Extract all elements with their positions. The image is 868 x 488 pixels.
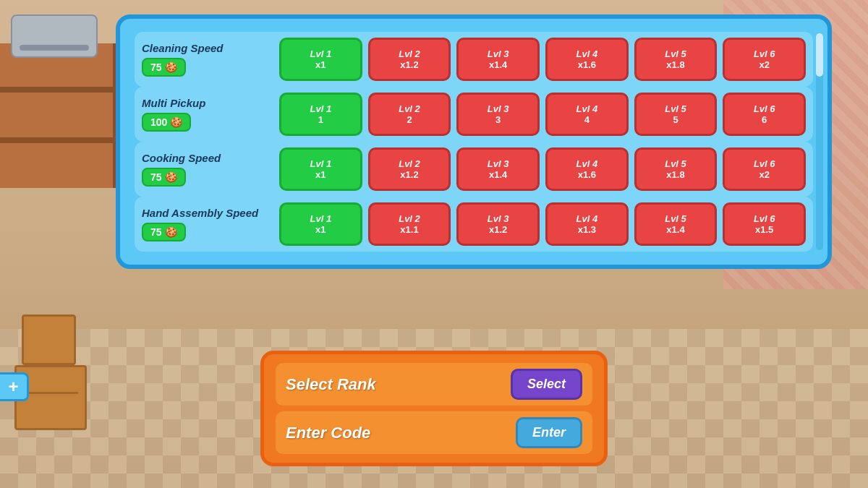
skill-info-3: Hand Assembly Speed75 🍪 (142, 207, 272, 241)
select-rank-row: Select Rank Select (276, 363, 592, 406)
plus-button[interactable]: + (0, 372, 29, 401)
level-value-2-1: x1.2 (400, 169, 418, 180)
level-value-3-0: x1 (315, 224, 326, 235)
level-label-1-2: Lvl 3 (488, 103, 509, 114)
level-buttons-2: Lvl 1x1Lvl 2x1.2Lvl 3x1.4Lvl 4x1.6Lvl 5x… (279, 147, 806, 191)
level-value-2-3: x1.6 (578, 169, 596, 180)
ac-unit-decoration (11, 14, 98, 58)
level-btn-0-5[interactable]: Lvl 6x2 (723, 38, 806, 81)
skill-row-3: Hand Assembly Speed75 🍪Lvl 1x1Lvl 2x1.1L… (135, 197, 813, 252)
skill-row-1: Multi Pickup100 🍪Lvl 11Lvl 22Lvl 33Lvl 4… (135, 87, 813, 142)
level-value-2-4: x1.8 (666, 169, 684, 180)
level-btn-1-5[interactable]: Lvl 66 (723, 93, 806, 136)
level-btn-3-2[interactable]: Lvl 3x1.2 (456, 202, 540, 246)
level-label-1-4: Lvl 5 (665, 103, 686, 114)
level-label-0-4: Lvl 5 (665, 48, 686, 59)
level-value-3-2: x1.2 (489, 224, 507, 235)
level-label-2-5: Lvl 6 (754, 158, 775, 169)
level-label-3-1: Lvl 2 (399, 213, 420, 224)
skill-name-3: Hand Assembly Speed (142, 207, 272, 219)
cookie-icon-3: 🍪 (165, 226, 177, 238)
cookie-icon-0: 🍪 (165, 61, 177, 73)
level-btn-1-4[interactable]: Lvl 55 (634, 93, 718, 136)
level-value-2-5: x2 (759, 169, 769, 180)
level-btn-3-1[interactable]: Lvl 2x1.1 (368, 202, 451, 246)
level-btn-3-5[interactable]: Lvl 6x1.5 (723, 202, 806, 246)
level-btn-2-1[interactable]: Lvl 2x1.2 (368, 147, 451, 191)
level-btn-2-4[interactable]: Lvl 5x1.8 (634, 147, 718, 191)
level-value-0-3: x1.6 (578, 59, 596, 70)
level-label-3-0: Lvl 1 (310, 213, 332, 224)
level-buttons-0: Lvl 1x1Lvl 2x1.2Lvl 3x1.4Lvl 4x1.6Lvl 5x… (279, 38, 806, 81)
skill-info-2: Cooking Speed75 🍪 (142, 152, 272, 187)
level-label-1-3: Lvl 4 (576, 103, 598, 114)
skill-name-1: Multi Pickup (142, 97, 272, 109)
level-value-1-3: 4 (584, 114, 590, 125)
level-btn-2-2[interactable]: Lvl 3x1.4 (456, 147, 540, 191)
level-btn-3-3[interactable]: Lvl 4x1.3 (545, 202, 629, 246)
level-btn-2-0[interactable]: Lvl 1x1 (279, 147, 362, 191)
scrollbar[interactable] (816, 33, 823, 250)
level-label-0-2: Lvl 3 (488, 48, 509, 59)
level-value-0-5: x2 (759, 59, 769, 70)
level-btn-0-0[interactable]: Lvl 1x1 (279, 38, 362, 81)
skill-cost-3[interactable]: 75 🍪 (142, 223, 186, 241)
level-label-0-0: Lvl 1 (310, 48, 332, 59)
level-value-0-1: x1.2 (400, 59, 418, 70)
level-label-2-1: Lvl 2 (399, 158, 420, 169)
level-btn-1-0[interactable]: Lvl 11 (279, 93, 362, 136)
level-label-3-3: Lvl 4 (576, 213, 598, 224)
level-btn-1-3[interactable]: Lvl 44 (545, 93, 629, 136)
level-label-2-0: Lvl 1 (310, 158, 332, 169)
level-btn-0-4[interactable]: Lvl 5x1.8 (634, 38, 718, 81)
level-btn-1-2[interactable]: Lvl 33 (456, 93, 540, 136)
level-value-2-0: x1 (315, 169, 326, 180)
level-buttons-1: Lvl 11Lvl 22Lvl 33Lvl 44Lvl 55Lvl 66 (279, 93, 806, 136)
level-value-0-4: x1.8 (666, 59, 684, 70)
level-value-1-2: 3 (495, 114, 501, 125)
select-rank-label: Select Rank (286, 375, 376, 394)
skills-container: Cleaning Speed75 🍪Lvl 1x1Lvl 2x1.2Lvl 3x… (135, 32, 813, 252)
level-buttons-3: Lvl 1x1Lvl 2x1.1Lvl 3x1.2Lvl 4x1.3Lvl 5x… (279, 202, 806, 246)
level-label-3-2: Lvl 3 (488, 213, 509, 224)
enter-code-button[interactable]: Enter (516, 417, 582, 448)
skill-row-2: Cooking Speed75 🍪Lvl 1x1Lvl 2x1.2Lvl 3x1… (135, 142, 813, 197)
enter-code-label: Enter Code (286, 424, 370, 442)
level-value-3-1: x1.1 (400, 224, 418, 235)
level-label-2-4: Lvl 5 (665, 158, 686, 169)
level-btn-1-1[interactable]: Lvl 22 (368, 93, 451, 136)
enter-code-row: Enter Code Enter (276, 411, 592, 454)
skill-row-0: Cleaning Speed75 🍪Lvl 1x1Lvl 2x1.2Lvl 3x… (135, 32, 813, 87)
level-btn-0-2[interactable]: Lvl 3x1.4 (456, 38, 540, 81)
level-value-1-5: 6 (762, 114, 767, 125)
skill-name-2: Cooking Speed (142, 152, 272, 164)
level-value-3-3: x1.3 (578, 224, 596, 235)
skill-name-0: Cleaning Speed (142, 42, 272, 54)
level-btn-2-3[interactable]: Lvl 4x1.6 (545, 147, 629, 191)
skill-info-0: Cleaning Speed75 🍪 (142, 42, 272, 77)
level-label-1-5: Lvl 6 (754, 103, 775, 114)
level-btn-0-1[interactable]: Lvl 2x1.2 (368, 38, 451, 81)
level-value-1-4: 5 (673, 114, 678, 125)
skill-cost-0[interactable]: 75 🍪 (142, 58, 186, 77)
level-value-0-0: x1 (315, 59, 326, 70)
skill-cost-1[interactable]: 100 🍪 (142, 113, 191, 132)
level-value-3-5: x1.5 (755, 224, 773, 235)
level-label-2-3: Lvl 4 (576, 158, 598, 169)
skills-panel: Cleaning Speed75 🍪Lvl 1x1Lvl 2x1.2Lvl 3x… (116, 14, 832, 269)
level-value-0-2: x1.4 (489, 59, 507, 70)
scroll-thumb[interactable] (816, 33, 823, 77)
action-panel: Select Rank Select Enter Code Enter (260, 351, 608, 466)
level-btn-0-3[interactable]: Lvl 4x1.6 (545, 38, 629, 81)
level-label-2-2: Lvl 3 (488, 158, 509, 169)
level-btn-2-5[interactable]: Lvl 6x2 (723, 147, 806, 191)
level-label-3-4: Lvl 5 (665, 213, 686, 224)
skill-cost-2[interactable]: 75 🍪 (142, 168, 186, 187)
cookie-icon-2: 🍪 (165, 171, 177, 183)
level-btn-3-0[interactable]: Lvl 1x1 (279, 202, 362, 246)
level-value-2-2: x1.4 (489, 169, 507, 180)
level-btn-3-4[interactable]: Lvl 5x1.4 (634, 202, 718, 246)
shelf-decoration (0, 43, 116, 188)
skill-info-1: Multi Pickup100 🍪 (142, 97, 272, 132)
select-rank-button[interactable]: Select (511, 369, 582, 400)
